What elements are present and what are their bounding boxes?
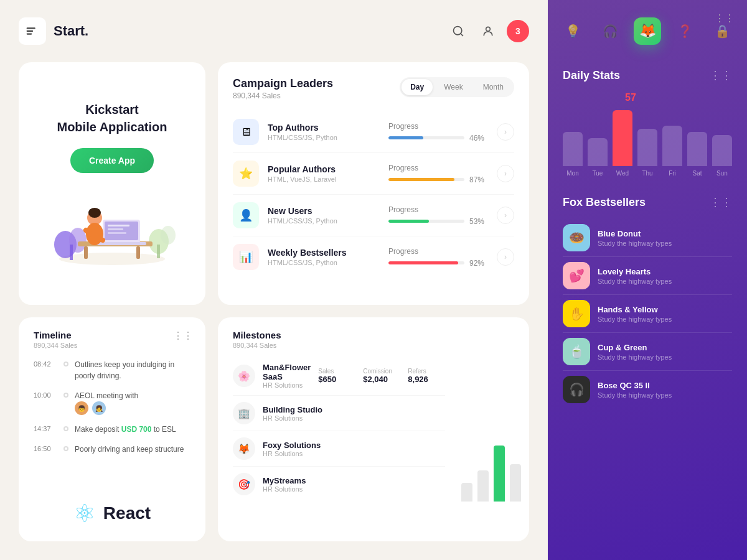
timeline-dot (63, 362, 68, 366)
progress-section: Progress 53% (388, 205, 488, 226)
svg-rect-9 (70, 245, 73, 260)
progress-bar-bg (388, 136, 464, 139)
svg-rect-17 (96, 242, 146, 245)
svg-point-6 (59, 253, 165, 265)
chart-area: 57 Mon Tue Wed Thu Fri Sat Sun (563, 92, 732, 177)
logo-icon (19, 17, 46, 45)
progress-label: Progress (388, 122, 488, 131)
nav-lightbulb[interactable]: 💡 (559, 17, 586, 45)
bar-fill (588, 138, 608, 166)
progress-bar-bg (388, 220, 464, 223)
bar-chart: Mon Tue Wed Thu Fri Sat Sun (563, 108, 732, 177)
bestseller-thumb: 🍵 (563, 338, 590, 365)
timeline-text: AEOL meeting with 👦👧 (75, 390, 138, 415)
timeline-item: 16:50 Poorly driving and keep structure (34, 444, 190, 455)
tab-month[interactable]: Month (474, 79, 512, 95)
nav-question[interactable]: ❓ (671, 17, 698, 45)
milestone-sub: HR Solutions (263, 450, 445, 457)
row-arrow[interactable]: › (497, 248, 514, 266)
milestone-row: 🌸 Man&Flower SaaS HR Solutions Sales $65… (233, 357, 445, 396)
search-icon[interactable] (447, 20, 469, 42)
milestone-icon: 🏢 (233, 402, 255, 424)
milestones-title: Milestones (233, 330, 281, 340)
progress-label: Progress (388, 205, 488, 214)
bestsellers-menu[interactable]: ⋮⋮ (710, 195, 732, 209)
milestone-list: 🌸 Man&Flower SaaS HR Solutions Sales $65… (233, 357, 445, 502)
bestsellers-title: Fox Bestsellers (563, 196, 646, 209)
progress-bar-row: 53% (388, 217, 488, 226)
nav-headphones[interactable]: 🎧 (596, 17, 624, 45)
milestones-subtitle: 890,344 Sales (233, 342, 281, 349)
timeline-time: 08:42 (34, 359, 57, 368)
campaign-header: Campaign Leaders 890,344 Sales Day Week … (233, 77, 514, 100)
timeline-item: 08:42 Outlines keep you indulging in poo… (34, 359, 190, 381)
profile-icon[interactable] (477, 20, 499, 42)
row-info: Top Authors HTML/CSS/JS, Python (268, 123, 380, 141)
react-icon: ⚛ (73, 499, 96, 528)
tab-day[interactable]: Day (402, 79, 433, 95)
bestseller-info: Lovely Hearts Study the highway types (598, 267, 732, 285)
row-arrow[interactable]: › (497, 165, 514, 182)
daily-stats-header: Daily Stats ⋮⋮ (563, 68, 732, 82)
row-info: New Users HTML/CSS/JS, Python (268, 206, 380, 225)
bar-fill (687, 132, 707, 166)
avatar: 👧 (92, 401, 106, 415)
timeline-card: Timeline 890,344 Sales ⋮⋮ 08:42 Outlines… (19, 317, 205, 541)
right-nav: 💡 🎧 🦊 ❓ 🔒 (548, 0, 747, 62)
avatar: 👦 (75, 401, 88, 415)
row-icon: ⭐ (233, 161, 259, 187)
bar-fill (662, 126, 682, 166)
timeline-time: 16:50 (34, 444, 57, 452)
timeline-menu[interactable]: ⋮⋮ (173, 330, 193, 342)
bar-label: Sun (716, 170, 728, 177)
bestseller-name: Bose QC 35 II (598, 381, 732, 390)
campaign-row: 🖥 Top Authors HTML/CSS/JS, Python Progre… (233, 111, 514, 153)
timeline-text: Make deposit USD 700 to ESL (75, 424, 176, 435)
tab-week[interactable]: Week (435, 79, 471, 95)
timeline-dot (63, 393, 68, 398)
bestseller-thumb: 🍩 (563, 224, 590, 251)
bestseller-info: Hands & Yellow Study the highway types (598, 305, 732, 323)
react-text: React (103, 503, 151, 523)
milestones-card: Milestones 890,344 Sales ⋮⋮ 🌸 Man&Flower… (218, 317, 529, 541)
bar-label: Tue (593, 170, 603, 177)
bestseller-sub: Study the highway types (598, 278, 732, 285)
timeline-title: Timeline (34, 330, 190, 340)
svg-rect-19 (108, 228, 123, 230)
milestone-row: 🎯 MyStreams HR Solutions (233, 467, 445, 502)
row-title: Top Authors (268, 123, 380, 133)
bar-label: Wed (616, 170, 629, 177)
svg-rect-13 (84, 246, 88, 259)
svg-rect-18 (108, 225, 129, 226)
daily-stats-title: Daily Stats (563, 69, 620, 82)
milestone-icon: 🎯 (233, 473, 255, 495)
milestone-info: Foxy Solutions HR Solutions (263, 441, 445, 457)
row-sub: HTML/CSS/JS, Python (268, 259, 380, 266)
bestseller-list: 🍩 Blue Donut Study the highway types 💕 L… (563, 219, 732, 408)
milestone-name: Man&Flower SaaS (263, 363, 311, 381)
milestone-info: MyStreams HR Solutions (263, 476, 445, 493)
bestsellers-section: Fox Bestsellers ⋮⋮ 🍩 Blue Donut Study th… (548, 189, 747, 560)
row-arrow[interactable]: › (497, 123, 514, 141)
header: Start. 3 (0, 0, 548, 62)
milestone-name: MyStreams (263, 476, 445, 485)
react-badge: ⚛ React (19, 485, 205, 541)
bestseller-item: 🎧 Bose QC 35 II Study the highway types (563, 371, 732, 408)
notification-badge[interactable]: 3 (507, 20, 529, 42)
milestone-info: Man&Flower SaaS HR Solutions (263, 363, 311, 389)
nav-fox[interactable]: 🦊 (634, 17, 661, 45)
progress-pct: 53% (469, 217, 488, 226)
row-arrow[interactable]: › (497, 207, 514, 224)
create-app-button[interactable]: Create App (70, 148, 154, 173)
timeline-text: Poorly driving and keep structure (75, 444, 184, 455)
daily-stats-menu[interactable]: ⋮⋮ (710, 68, 732, 82)
progress-bar-row: 92% (388, 259, 488, 268)
daily-stats-section: Daily Stats ⋮⋮ 57 Mon Tue Wed Thu Fri Sa… (548, 62, 747, 189)
svg-rect-11 (157, 245, 160, 258)
milestone-sub: HR Solutions (263, 485, 445, 493)
row-title: Popular Authors (268, 164, 380, 174)
progress-bar-fill (388, 178, 454, 181)
bestsellers-header: Fox Bestsellers ⋮⋮ (563, 195, 732, 209)
progress-section: Progress 46% (388, 122, 488, 142)
bar-fill (712, 135, 732, 166)
